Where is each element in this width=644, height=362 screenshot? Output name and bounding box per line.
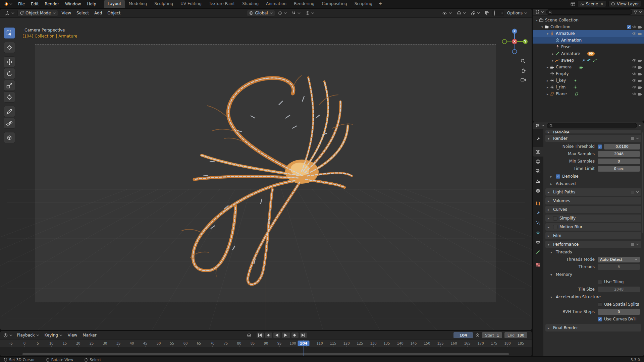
editor-type-outliner-icon[interactable] xyxy=(534,10,545,14)
workspace-tab-texture-paint[interactable]: Texture Paint xyxy=(205,0,238,8)
time-limit-field[interactable]: 0 sec xyxy=(598,166,640,172)
outliner-row-empty[interactable]: Empty xyxy=(533,70,644,77)
motion-blur-checkbox[interactable] xyxy=(553,225,557,229)
simplify-checkbox[interactable] xyxy=(553,216,557,221)
props-section-curves[interactable]: ▸ Curves xyxy=(545,206,641,213)
disable-in-renders-toggle[interactable] xyxy=(637,92,643,96)
viewport-menu-object[interactable]: Object xyxy=(105,10,123,16)
navigation-gizmo[interactable]: Z Y X xyxy=(502,28,528,54)
visibility-dropdown[interactable] xyxy=(440,11,454,16)
props-section-simplify[interactable]: ▸ Simplify xyxy=(545,215,641,222)
tool-add-cube-button[interactable] xyxy=(4,132,15,143)
workspace-tab-animation[interactable]: Animation xyxy=(262,0,290,8)
disclosure-triangle[interactable]: ▾ xyxy=(545,32,550,36)
pivot-point-dropdown[interactable] xyxy=(276,10,289,16)
outliner-row-animation[interactable]: Animation xyxy=(533,37,644,44)
menu-help[interactable]: Help xyxy=(84,1,99,7)
panel-menu-icon[interactable] xyxy=(631,190,639,194)
shading-rendered-button[interactable] xyxy=(501,12,503,14)
properties-tab-tool[interactable] xyxy=(533,134,543,144)
play-reverse-button[interactable] xyxy=(273,332,281,338)
tool-select-box-button[interactable] xyxy=(4,27,15,39)
add-workspace-button[interactable]: + xyxy=(376,0,385,8)
hide-in-viewport-toggle[interactable] xyxy=(631,65,637,69)
scene-selector[interactable]: Scene × xyxy=(577,1,606,7)
disclosure-triangle[interactable]: ▾ xyxy=(535,18,539,22)
workspace-tab-modeling[interactable]: Modeling xyxy=(125,0,151,8)
disclosure-triangle[interactable]: ▾ xyxy=(540,25,544,29)
outliner-row-plane[interactable]: ▸ Plane xyxy=(533,90,644,97)
min-samples-field[interactable]: 0 xyxy=(598,159,640,164)
disclosure-triangle[interactable]: ▸ xyxy=(545,79,550,82)
use-curves-bvh-checkbox[interactable]: ✓ xyxy=(598,317,602,321)
menu-window[interactable]: Window xyxy=(62,1,84,7)
props-section-render[interactable]: ▾ Render xyxy=(545,135,641,142)
props-section-film[interactable]: ▸ Film xyxy=(545,232,641,239)
disable-in-renders-toggle[interactable] xyxy=(637,79,643,82)
viewport-menu-add[interactable]: Add xyxy=(92,10,105,16)
zoom-icon[interactable] xyxy=(521,59,526,64)
xray-toggle[interactable] xyxy=(483,10,491,16)
disclosure-triangle[interactable]: ▸ xyxy=(545,85,550,89)
properties-tab-output[interactable] xyxy=(533,157,543,166)
outliner-row-collection[interactable]: ▾ Collection ✓ xyxy=(533,23,644,30)
props-section-final-render[interactable]: ▸ Final Render xyxy=(545,324,641,331)
props-subsection-threads[interactable]: ▾ Threads xyxy=(545,249,641,255)
play-button[interactable] xyxy=(281,332,290,338)
hide-in-viewport-toggle[interactable] xyxy=(631,59,637,62)
editor-type-timeline-icon[interactable] xyxy=(3,333,13,338)
disable-in-renders-toggle[interactable] xyxy=(637,72,643,76)
menu-render[interactable]: Render xyxy=(42,1,62,7)
panel-menu-icon[interactable] xyxy=(631,243,639,246)
hide-in-viewport-toggle[interactable] xyxy=(631,85,637,89)
proportional-edit-dropdown[interactable] xyxy=(304,10,316,16)
panel-menu-icon[interactable] xyxy=(631,137,639,140)
outliner-menu-chevron[interactable] xyxy=(639,11,642,13)
tool-measure-button[interactable] xyxy=(4,118,15,129)
properties-scrollbar[interactable] xyxy=(642,132,643,233)
timeline-ruler[interactable]: -505101520253035404550556065707580859095… xyxy=(0,340,532,347)
scene-unlink-button[interactable]: × xyxy=(600,2,604,6)
jump-start-button[interactable] xyxy=(256,332,264,338)
hide-in-viewport-toggle[interactable] xyxy=(631,72,637,75)
workspace-tab-uv-editing[interactable]: UV Editing xyxy=(177,0,205,8)
menu-file[interactable]: File xyxy=(15,1,28,7)
disable-in-renders-toggle[interactable] xyxy=(637,85,643,89)
hide-in-viewport-toggle[interactable] xyxy=(631,32,637,35)
props-section-performance[interactable]: ▾ Performance xyxy=(545,241,641,248)
properties-tab-world[interactable] xyxy=(533,186,543,195)
view-layer-selector[interactable]: View Layer xyxy=(608,1,641,7)
preview-range-icon[interactable] xyxy=(475,333,480,338)
outliner-row-l-key[interactable]: ▸ l_key xyxy=(533,77,644,84)
outliner-row-l-rim[interactable]: ▸ l_rim xyxy=(533,84,644,90)
timeline-track[interactable] xyxy=(0,347,532,356)
outliner-row-pose[interactable]: Pose xyxy=(533,44,644,50)
props-section-denoise[interactable]: ▸ Denoise xyxy=(545,130,641,133)
outliner-search[interactable] xyxy=(546,9,632,15)
shading-wireframe-button[interactable] xyxy=(494,11,495,15)
hide-in-viewport-toggle[interactable] xyxy=(631,79,637,82)
viewport-menu-view[interactable]: View xyxy=(59,10,74,16)
properties-tab-modifiers[interactable] xyxy=(533,208,543,218)
options-dropdown[interactable]: Options xyxy=(505,10,529,16)
tool-cursor-button[interactable] xyxy=(4,42,15,53)
workspace-tab-shading[interactable]: Shading xyxy=(238,0,262,8)
disclosure-triangle[interactable]: ▸ xyxy=(551,59,555,62)
props-subsection-denoise[interactable]: ▸ ✓ Denoise xyxy=(545,173,641,180)
mode-dropdown[interactable]: Object Mode xyxy=(17,10,58,16)
properties-search[interactable] xyxy=(547,123,637,128)
editor-type-properties-icon[interactable] xyxy=(535,124,545,128)
frame-end-field[interactable]: End180 xyxy=(504,332,527,338)
disclosure-triangle[interactable]: ▸ xyxy=(545,92,550,96)
properties-menu-chevron[interactable] xyxy=(639,125,642,127)
disclosure-triangle[interactable]: ▸ xyxy=(545,65,550,69)
use-tiling-checkbox[interactable] xyxy=(598,280,602,284)
tool-scale-button[interactable] xyxy=(4,80,15,91)
denoise-checkbox[interactable]: ✓ xyxy=(556,174,560,179)
properties-tab-view-layer[interactable] xyxy=(533,166,543,176)
interface-icon[interactable] xyxy=(571,2,575,6)
frame-start-field[interactable]: Start1 xyxy=(482,332,502,338)
timeline-menu-playback[interactable]: Playback xyxy=(14,332,42,339)
outliner-row-scene-collection[interactable]: ▾ Scene Collection xyxy=(533,17,644,23)
properties-tab-data[interactable] xyxy=(533,247,543,257)
